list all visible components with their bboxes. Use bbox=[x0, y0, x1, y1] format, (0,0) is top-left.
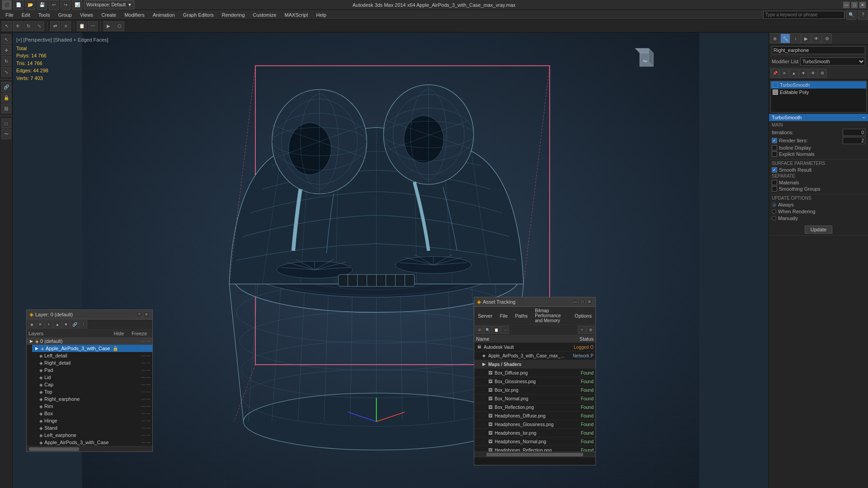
layer-item[interactable]: ▶ ◈ Apple_AirPods_3_with_Case 🔒 — — bbox=[32, 345, 152, 352]
asset-horizontal-scrollbar[interactable] bbox=[474, 451, 595, 457]
layer-item[interactable]: ◈ Rim — — bbox=[38, 403, 152, 410]
viewport[interactable]: [+] [Perspective] [Shaded + Edged Faces]… bbox=[13, 33, 769, 488]
render-iters-checkbox[interactable]: ✓ Render Iters: bbox=[772, 138, 808, 143]
layers-tb-delete[interactable]: ✕ bbox=[36, 320, 44, 328]
layer-item[interactable]: ◈ Stand — — bbox=[38, 424, 152, 432]
close-btn[interactable]: ✕ bbox=[859, 1, 866, 9]
menu-maxscript[interactable]: MAXScript bbox=[281, 11, 311, 19]
asset-row[interactable]: ◈ Apple_AirPods_3_with_Case_max_vray.max… bbox=[474, 352, 595, 360]
render-btn[interactable]: ▶ bbox=[104, 21, 113, 31]
redo-btn[interactable]: ↪ bbox=[61, 0, 71, 10]
layer-item[interactable]: ◈ Left_detail — — bbox=[38, 352, 152, 359]
layer-item[interactable]: ◈ Pad — — bbox=[38, 366, 152, 374]
update-button[interactable]: Update bbox=[805, 225, 832, 234]
summary-btn[interactable]: 📊 bbox=[72, 0, 82, 10]
layer-item[interactable]: ◈ Hinge — — bbox=[38, 417, 152, 424]
asset-tb-move[interactable]: → bbox=[501, 326, 509, 334]
layers-tb-move-up[interactable]: ▲ bbox=[53, 320, 61, 328]
layer-item[interactable]: ▶ ◈ 0 (default) — — bbox=[27, 338, 152, 345]
rotate-btn[interactable]: ↻ bbox=[24, 21, 33, 31]
left-move-btn[interactable]: ✛ bbox=[1, 45, 11, 55]
when-rendering-radio[interactable]: When Rendering bbox=[772, 209, 865, 214]
menu-edit[interactable]: Edit bbox=[18, 11, 34, 19]
layer-item[interactable]: ◈ Left_earphone — — bbox=[38, 432, 152, 439]
asset-row[interactable]: 🖼 Box_Diffuse.png Found bbox=[474, 369, 595, 377]
asset-menu-file[interactable]: File bbox=[498, 313, 509, 319]
menu-rendering[interactable]: Rendering bbox=[218, 11, 249, 19]
left-link-btn[interactable]: 🔗 bbox=[1, 82, 11, 92]
smoothing-groups-checkbox[interactable]: Smoothing Groups bbox=[772, 186, 821, 192]
menu-graph-editors[interactable]: Graph Editors bbox=[179, 11, 217, 19]
material-btn[interactable]: ⬡ bbox=[114, 21, 124, 31]
save-btn[interactable]: 💾 bbox=[37, 0, 47, 10]
iterations-input[interactable] bbox=[843, 129, 865, 136]
left-select-btn[interactable]: ↖ bbox=[1, 34, 11, 44]
asset-row[interactable]: 🖼 Box_Reflection.png Found bbox=[474, 403, 595, 412]
modifier-list-dropdown[interactable]: TurboSmooth Edit Poly Bend FFD 3x3x3 bbox=[800, 57, 865, 66]
asset-row[interactable]: 🖼 Headphones_lor.png Found bbox=[474, 429, 595, 437]
maximize-btn[interactable]: □ bbox=[851, 1, 858, 9]
modifier-stack-item[interactable]: Editable Poly bbox=[771, 89, 866, 96]
left-bind-btn[interactable]: ⛓ bbox=[1, 103, 11, 113]
layer-item[interactable]: ◈ Right_detail — — bbox=[38, 359, 152, 366]
asset-menu-server[interactable]: Server bbox=[476, 313, 494, 319]
layers-help-btn[interactable]: ? bbox=[136, 311, 142, 318]
asset-maximize-btn[interactable]: □ bbox=[579, 299, 585, 305]
menu-file[interactable]: File bbox=[2, 11, 17, 19]
asset-row[interactable]: 🏛 Autodesk Vault Logged O bbox=[474, 343, 595, 352]
render-iters-input[interactable] bbox=[843, 137, 865, 144]
asset-row[interactable]: 🖼 Headphones_Normal.png Found bbox=[474, 437, 595, 446]
asset-menu-options[interactable]: Options bbox=[573, 313, 594, 319]
asset-menu-bitmap[interactable]: Bitmap Performance and Memory bbox=[533, 308, 569, 324]
asset-tb-copy[interactable]: 📋 bbox=[492, 326, 500, 334]
asset-row[interactable]: 🖼 Headphones_Glossiness.png Found bbox=[474, 420, 595, 429]
menu-modifiers[interactable]: Modifiers bbox=[121, 11, 148, 19]
left-rotate-btn[interactable]: ↻ bbox=[1, 56, 11, 66]
layer-item[interactable]: ◈ Apple_AirPods_3_with_Case — — bbox=[38, 439, 152, 446]
asset-row[interactable]: 🖼 Headphones_Diffuse.png Found bbox=[474, 412, 595, 420]
props-tb-show[interactable]: 👁 bbox=[808, 69, 817, 78]
menu-group[interactable]: Group bbox=[54, 11, 75, 19]
left-spline-btn[interactable]: 〜 bbox=[1, 129, 11, 139]
asset-row[interactable]: 🖼 Box_Glossiness.png Found bbox=[474, 377, 595, 386]
always-radio[interactable]: Always bbox=[772, 202, 865, 207]
asset-tb-help[interactable]: ? bbox=[578, 326, 586, 334]
layers-tb-link[interactable]: 🔗 bbox=[71, 320, 79, 328]
layer-item[interactable]: ◈ Right_earphone — — bbox=[38, 395, 152, 403]
menu-animation[interactable]: Animation bbox=[149, 11, 179, 19]
curve-btn[interactable]: 〰 bbox=[88, 21, 98, 31]
asset-tb-refresh[interactable]: ↺ bbox=[475, 326, 483, 334]
props-tb-delete[interactable]: ✕ bbox=[780, 69, 789, 78]
asset-row[interactable]: 🖼 Box_lor.png Found bbox=[474, 386, 595, 394]
object-name-input[interactable] bbox=[772, 46, 865, 54]
layer-btn[interactable]: 📋 bbox=[77, 21, 87, 31]
menu-customize[interactable]: Customize bbox=[249, 11, 280, 19]
asset-tb-settings[interactable]: ⚙ bbox=[586, 326, 594, 334]
left-unlink-btn[interactable]: 🔓 bbox=[1, 93, 11, 103]
layers-tb-move-down[interactable]: ▼ bbox=[62, 320, 70, 328]
layers-close-btn[interactable]: ✕ bbox=[143, 311, 150, 318]
props-tab-hierarchy[interactable]: ↕ bbox=[791, 33, 801, 43]
layers-scrollbar[interactable] bbox=[27, 446, 152, 451]
materials-checkbox[interactable]: Materials bbox=[772, 180, 799, 185]
workspace-dropdown[interactable]: Workspace: Default ▼ bbox=[84, 0, 134, 9]
nav-cube[interactable]: Top bbox=[633, 46, 660, 73]
open-btn[interactable]: 📂 bbox=[25, 0, 35, 10]
layers-list[interactable]: ▶ ◈ 0 (default) — — ▶ ◈ Apple_AirPods_3_… bbox=[27, 338, 152, 446]
asset-close-btn[interactable]: ✕ bbox=[586, 299, 593, 305]
align-btn[interactable]: ≡ bbox=[61, 21, 71, 31]
modifier-stack-item[interactable]: TurboSmooth bbox=[771, 81, 866, 89]
minimize-btn[interactable]: — bbox=[843, 1, 850, 9]
modifier-stack[interactable]: TurboSmooth Editable Poly bbox=[770, 81, 867, 113]
layer-item[interactable]: ◈ Lid — — bbox=[38, 374, 152, 381]
left-scale-btn[interactable]: ⤡ bbox=[1, 67, 11, 77]
search-btn[interactable]: 🔍 bbox=[846, 10, 856, 20]
props-tab-display[interactable]: 👁 bbox=[811, 33, 821, 43]
layer-item[interactable]: ◈ Top — — bbox=[38, 388, 152, 395]
props-tab-modify[interactable]: 🔧 bbox=[780, 33, 790, 43]
asset-minimize-btn[interactable]: — bbox=[572, 299, 578, 305]
asset-row[interactable]: 🖼 Box_Normal.png Found bbox=[474, 394, 595, 403]
move-btn[interactable]: ✛ bbox=[13, 21, 23, 31]
props-tb-pin[interactable]: 📌 bbox=[770, 69, 779, 78]
isoline-checkbox[interactable]: Isoline Display bbox=[772, 145, 811, 150]
